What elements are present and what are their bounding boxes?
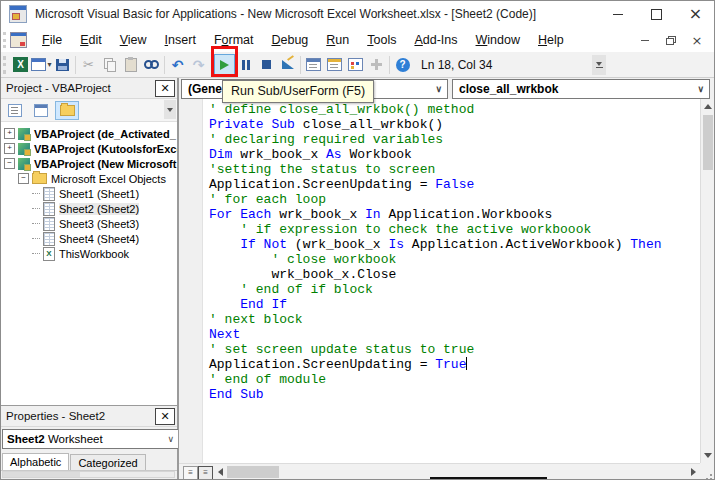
redo-button[interactable]: ↷ (188, 54, 209, 75)
scroll-right-icon[interactable] (691, 468, 696, 476)
collapse-icon[interactable]: − (4, 158, 15, 169)
tree-item-vbaproject-new-microsoft[interactable]: −VBAProject (New Microsoft (0, 156, 177, 171)
design-mode-button[interactable] (277, 54, 298, 75)
tree-item-vbaproject-kutoolsforexce[interactable]: +VBAProject (KutoolsforExce (0, 141, 177, 156)
project-panel-close-button[interactable]: ✕ (155, 80, 175, 97)
reset-icon (262, 60, 271, 69)
break-button[interactable] (235, 54, 256, 75)
titlebar: Microsoft Visual Basic for Applications … (0, 0, 715, 28)
menu-addins[interactable]: Add-Ins (405, 28, 466, 52)
tree-item-sheet3-sheet3[interactable]: Sheet3 (Sheet3) (0, 216, 177, 231)
code-line[interactable]: Private Sub close_all_wrkbok() (209, 117, 700, 132)
run-button[interactable] (214, 54, 235, 75)
procedure-view-button[interactable]: ≡ (183, 466, 198, 480)
code-line[interactable]: ' close workbook (209, 252, 700, 267)
save-button[interactable] (52, 54, 73, 75)
child-close-button[interactable]: × (689, 32, 705, 48)
child-minimize-button[interactable] (637, 32, 653, 48)
menu-insert[interactable]: Insert (156, 28, 205, 52)
maximize-button[interactable] (637, 0, 676, 28)
horizontal-scroll-thumb[interactable] (227, 466, 279, 478)
dropdown-caret-icon[interactable]: ▾ (47, 60, 51, 69)
code-margin-indicator-bar[interactable] (179, 99, 203, 463)
paste-button[interactable] (120, 54, 141, 75)
code-line[interactable]: ' if expression to check the active work… (209, 222, 700, 237)
code-line[interactable]: If Not (wrk_book_x Is Application.Active… (209, 237, 700, 252)
menu-run[interactable]: Run (317, 28, 358, 52)
menu-debug[interactable]: Debug (262, 28, 317, 52)
full-module-view-button[interactable]: ≡ (198, 466, 213, 480)
help-button[interactable]: ? (392, 54, 413, 75)
tree-item-sheet1-sheet1[interactable]: Sheet1 (Sheet1) (0, 186, 177, 201)
excel-button[interactable]: X (10, 54, 31, 75)
collapse-icon[interactable]: − (18, 173, 29, 184)
menu-edit[interactable]: Edit (71, 28, 111, 52)
code-line[interactable]: ' define close_all_wrkbok() method (209, 102, 700, 117)
scroll-down-icon[interactable] (704, 453, 712, 458)
toggle-folders-button[interactable] (55, 101, 79, 120)
view-object-button[interactable] (29, 101, 53, 120)
copy-button[interactable] (99, 54, 120, 75)
properties-window-button[interactable] (324, 54, 345, 75)
toolbar-separator (164, 56, 165, 74)
menu-help[interactable]: Help (529, 28, 573, 52)
code-line[interactable]: ' end of module (209, 372, 700, 387)
properties-scrollbar[interactable] (2, 471, 175, 478)
expand-icon[interactable]: + (4, 143, 15, 154)
toolbox-button[interactable] (366, 54, 387, 75)
menu-file[interactable]: File (33, 28, 71, 52)
child-restore-button[interactable] (663, 32, 679, 48)
object-selector-dropdown[interactable]: Sheet2 Worksheet ∨ (2, 429, 179, 449)
toolbar-grip[interactable] (3, 56, 6, 74)
vertical-scrollbar[interactable] (700, 99, 715, 463)
code-line[interactable]: ' end of if block (209, 282, 700, 297)
code-line[interactable]: Application.ScreenUpdating = True (209, 357, 700, 372)
tree-item-sheet2-sheet2[interactable]: Sheet2 (Sheet2) (0, 201, 177, 216)
toolbar-options-button[interactable] (592, 55, 606, 75)
tree-item-vbaproject-de-activated[interactable]: +VBAProject (de_Activated_ (0, 126, 177, 141)
tree-item-microsoft-excel-objects[interactable]: −Microsoft Excel Objects (0, 171, 177, 186)
code-editor[interactable]: ' define close_all_wrkbok() methodPrivat… (179, 99, 700, 463)
scroll-left-icon[interactable] (218, 468, 223, 476)
minimize-button[interactable] (598, 0, 637, 28)
menubar-grip[interactable] (3, 32, 6, 48)
reset-button[interactable] (256, 54, 277, 75)
code-line[interactable]: ' declaring required variables (209, 132, 700, 147)
tree-item-thisworkbook[interactable]: XThisWorkbook (0, 246, 177, 261)
code-line[interactable]: End If (209, 297, 700, 312)
menu-tools[interactable]: Tools (358, 28, 405, 52)
properties-panel-close-button[interactable]: ✕ (155, 408, 175, 425)
expand-icon[interactable]: + (4, 128, 15, 139)
vertical-scroll-thumb[interactable] (703, 115, 713, 170)
procedure-dropdown[interactable]: close_all_wrkbok ∨ (452, 79, 710, 99)
resize-grip[interactable] (710, 474, 712, 476)
scroll-up-icon[interactable] (704, 104, 712, 109)
view-code-button[interactable] (3, 101, 27, 120)
code-line[interactable]: ' set screen update status to true (209, 342, 700, 357)
menu-app-icon[interactable] (10, 32, 27, 48)
code-lines: ' define close_all_wrkbok() methodPrivat… (209, 102, 700, 402)
code-line[interactable]: End Sub (209, 387, 700, 402)
code-line[interactable]: Dim wrk_book_x As Workbook (209, 147, 700, 162)
project-explorer-button[interactable] (303, 54, 324, 75)
code-line[interactable]: Application.ScreenUpdating = False (209, 177, 700, 192)
code-line[interactable]: Next (209, 327, 700, 342)
tree-item-label: Sheet4 (Sheet4) (59, 233, 139, 245)
project-toolbar-options-button[interactable] (164, 100, 176, 119)
tab-categorized[interactable]: Categorized (70, 454, 145, 470)
cut-button[interactable]: ✂ (78, 54, 99, 75)
find-button[interactable] (141, 54, 162, 75)
menu-view[interactable]: View (111, 28, 156, 52)
object-browser-button[interactable] (345, 54, 366, 75)
code-line[interactable]: wrk_book_x.Close (209, 267, 700, 282)
insert-userform-button[interactable]: ▾ (31, 54, 52, 75)
close-button[interactable]: × (676, 0, 715, 28)
code-line[interactable]: For Each wrk_book_x In Application.Workb… (209, 207, 700, 222)
menu-window[interactable]: Window (467, 28, 529, 52)
tab-alphabetic[interactable]: Alphabetic (2, 453, 69, 470)
undo-button[interactable]: ↶ (167, 54, 188, 75)
code-line[interactable]: 'setting the status to screen (209, 162, 700, 177)
code-line[interactable]: ' next block (209, 312, 700, 327)
tree-item-sheet4-sheet4[interactable]: Sheet4 (Sheet4) (0, 231, 177, 246)
code-line[interactable]: ' for each loop (209, 192, 700, 207)
